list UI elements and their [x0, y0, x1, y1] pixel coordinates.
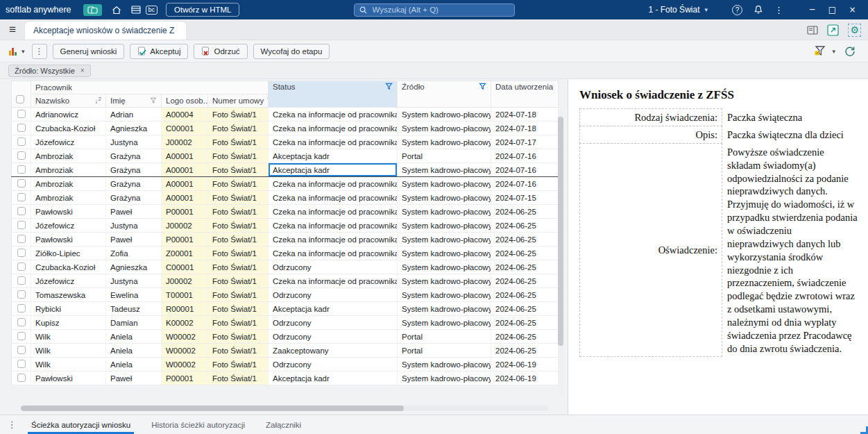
cell-umowa[interactable]: Foto Świat/1	[208, 149, 269, 163]
table-row[interactable]: PawłowskiPawełP00001Foto Świat/1Czeka na…	[12, 205, 559, 219]
cell-zrodlo[interactable]: System kadrowo-płacowy	[398, 108, 491, 122]
cell-logo[interactable]: A00001	[162, 177, 208, 191]
sort-icon[interactable]: ↓2	[95, 96, 101, 105]
bc-icon[interactable]: bc	[146, 6, 158, 15]
cell-data[interactable]: 2024-06-25	[491, 316, 559, 330]
cell-umowa[interactable]: Foto Świat/1	[208, 135, 269, 149]
cell-imie[interactable]: Paweł	[106, 205, 162, 219]
cell-imie[interactable]: Paweł	[106, 372, 162, 385]
table-row[interactable]: JózefowiczJustynaJ00002Foto Świat/1Czeka…	[12, 219, 559, 233]
cell-status[interactable]: Zaakceptowany	[269, 344, 398, 358]
cell-logo[interactable]: T00001	[162, 288, 208, 302]
cell-logo[interactable]: C00001	[162, 122, 208, 135]
cell-zrodlo[interactable]: System kadrowo-płacowy	[398, 302, 491, 316]
row-checkbox[interactable]	[17, 374, 26, 382]
filter-settings-icon[interactable]	[814, 45, 827, 57]
table-row[interactable]: WilkAnielaW00002Foto Świat/1OdrzuconySys…	[12, 358, 559, 372]
cell-zrodlo[interactable]: System kadrowo-płacowy	[398, 177, 491, 191]
cell-nazwisko[interactable]: Adrianowicz	[31, 108, 106, 122]
cell-umowa[interactable]: Foto Świat/1	[208, 302, 269, 316]
cell-status[interactable]: Czeka na informacje od pracownika	[269, 205, 398, 219]
vertical-scrollbar-thumb[interactable]	[558, 117, 563, 346]
cell-imie[interactable]: Agnieszka	[106, 260, 162, 274]
table-row[interactable]: Czubacka-KoziołAgnieszkaC00001Foto Świat…	[12, 122, 559, 135]
help-icon[interactable]: ?	[732, 5, 742, 15]
cell-zrodlo[interactable]: System kadrowo-płacowy	[398, 163, 491, 177]
cell-zrodlo[interactable]: System kadrowo-płacowy	[398, 288, 491, 302]
field-value-opis[interactable]: Paczka świąteczna dla dzieci	[722, 126, 860, 144]
cell-logo[interactable]: A00001	[162, 191, 208, 205]
cell-data[interactable]: 2024-07-18	[491, 122, 559, 135]
cell-imie[interactable]: Paweł	[106, 233, 162, 247]
cell-zrodlo[interactable]: Portal	[398, 330, 491, 344]
cell-status[interactable]: Czeka na informacje od pracownika	[269, 108, 398, 122]
cell-data[interactable]: 2024-06-25	[491, 302, 559, 316]
row-checkbox[interactable]	[17, 124, 26, 132]
accept-button[interactable]: Akceptuj	[130, 44, 188, 59]
cell-nazwisko[interactable]: Ambroziak	[31, 163, 106, 177]
cell-nazwisko[interactable]: Rybicki	[31, 302, 106, 316]
row-checkbox[interactable]	[17, 318, 26, 326]
cell-umowa[interactable]: Foto Świat/1	[208, 260, 269, 274]
cell-nazwisko[interactable]: Tomaszewska	[31, 288, 106, 302]
layout-panels-icon[interactable]	[807, 26, 818, 35]
table-row[interactable]: AmbroziakGrażynaA00001Foto Świat/1Czeka …	[12, 191, 559, 205]
row-checkbox[interactable]	[17, 179, 26, 187]
kebab-menu-icon[interactable]: ⋮	[774, 5, 783, 15]
select-all-checkbox[interactable]	[16, 95, 24, 103]
row-checkbox[interactable]	[17, 165, 26, 174]
cell-status[interactable]: Akceptacja kadr	[269, 163, 398, 177]
cell-status[interactable]: Czeka na informacje od pracownika	[269, 191, 398, 205]
column-header-imie[interactable]: Imię	[106, 94, 162, 108]
remove-filter-icon[interactable]: ×	[80, 67, 85, 74]
cell-status[interactable]: Akceptacja kadr	[269, 372, 398, 385]
cell-zrodlo[interactable]: System kadrowo-płacowy	[398, 247, 491, 260]
cell-data[interactable]: 2024-06-25	[491, 205, 559, 219]
cell-nazwisko[interactable]: Pawłowski	[31, 233, 106, 247]
cell-imie[interactable]: Grażyna	[106, 149, 162, 163]
table-row[interactable]: Czubacka-KoziołAgnieszkaC00001Foto Świat…	[12, 260, 559, 274]
cell-status[interactable]: Odrzucony	[269, 358, 398, 372]
cell-logo[interactable]: W00002	[162, 330, 208, 344]
table-row[interactable]: PawłowskiPawełP00001Foto Świat/1Akceptac…	[12, 372, 559, 385]
modules-list-icon[interactable]	[131, 6, 141, 14]
cell-logo[interactable]: J00002	[162, 274, 208, 288]
cell-data[interactable]: 2024-06-25	[491, 219, 559, 233]
table-row[interactable]: JózefowiczJustynaJ00002Foto Świat/1Czeka…	[12, 135, 559, 149]
row-checkbox[interactable]	[17, 290, 26, 299]
cell-logo[interactable]: P00001	[162, 372, 208, 385]
refresh-icon[interactable]	[844, 46, 856, 57]
cell-data[interactable]: 2024-07-15	[491, 191, 559, 205]
settings-gear-icon[interactable]: ⚙	[848, 24, 861, 37]
cell-logo[interactable]: W00002	[162, 344, 208, 358]
row-checkbox[interactable]	[17, 346, 26, 354]
table-row[interactable]: AmbroziakGrażynaA00001Foto Świat/1Akcept…	[12, 149, 559, 163]
cell-nazwisko[interactable]: Wilk	[31, 330, 106, 344]
row-checkbox[interactable]	[17, 110, 26, 118]
cell-nazwisko[interactable]: Pawłowski	[31, 372, 106, 385]
row-checkbox[interactable]	[17, 193, 26, 201]
cell-status[interactable]: Odrzucony	[269, 316, 398, 330]
cell-imie[interactable]: Grażyna	[106, 191, 162, 205]
cell-zrodlo[interactable]: System kadrowo-płacowy	[398, 316, 491, 330]
cell-imie[interactable]: Ewelina	[106, 288, 162, 302]
cell-logo[interactable]: Z00001	[162, 247, 208, 260]
cell-status[interactable]: Czeka na informacje od pracownika	[269, 122, 398, 135]
cell-imie[interactable]: Grażyna	[106, 163, 162, 177]
row-checkbox[interactable]	[17, 262, 26, 271]
table-row[interactable]: WilkAnielaW00002Foto Świat/1Zaakceptowan…	[12, 344, 559, 358]
cell-data[interactable]: 2024-07-16	[491, 177, 559, 191]
cell-status[interactable]: Czeka na informacje od pracownika	[269, 233, 398, 247]
filter-funnel-icon[interactable]	[385, 83, 393, 90]
cell-umowa[interactable]: Foto Świat/1	[208, 205, 269, 219]
cell-data[interactable]: 2024-06-25	[491, 260, 559, 274]
cell-imie[interactable]: Zofia	[106, 247, 162, 260]
global-search-box[interactable]	[354, 3, 515, 17]
cell-zrodlo[interactable]: Portal	[398, 149, 491, 163]
cell-nazwisko[interactable]: Józefowicz	[31, 135, 106, 149]
cell-nazwisko[interactable]: Wilk	[31, 344, 106, 358]
cell-umowa[interactable]: Foto Świat/1	[208, 316, 269, 330]
bottom-kebab-icon[interactable]: ⋮	[3, 415, 21, 434]
cell-logo[interactable]: A00001	[162, 163, 208, 177]
cell-imie[interactable]: Grażyna	[106, 177, 162, 191]
